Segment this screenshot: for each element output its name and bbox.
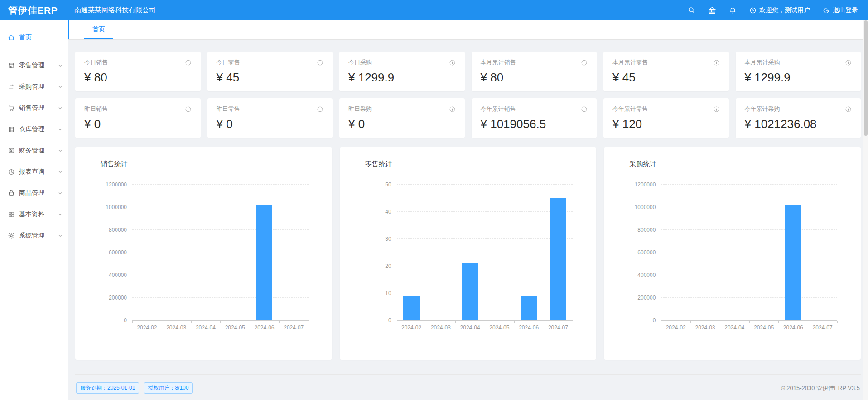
info-icon[interactable] bbox=[713, 106, 720, 113]
bar-chart-plot: 0200000400000600000800000100000012000002… bbox=[661, 185, 837, 321]
y-axis-tick: 40 bbox=[356, 209, 391, 215]
y-axis-tick: 600000 bbox=[92, 249, 127, 256]
sidebar-item-report-pie[interactable]: 报表查询 bbox=[0, 161, 68, 182]
info-icon[interactable] bbox=[581, 59, 588, 66]
sidebar-item-label: 销售管理 bbox=[19, 104, 44, 112]
sidebar-item-purchase[interactable]: 采购管理 bbox=[0, 76, 68, 97]
sidebar-item-label: 采购管理 bbox=[19, 83, 44, 91]
x-axis-label: 2024-03 bbox=[162, 324, 191, 331]
y-axis-tick: 1200000 bbox=[92, 181, 127, 188]
gridline bbox=[661, 275, 837, 275]
info-icon[interactable] bbox=[449, 59, 456, 66]
gridline bbox=[661, 207, 837, 207]
chevron-down-icon bbox=[58, 190, 63, 196]
sidebar-item-goods-bag[interactable]: 商品管理 bbox=[0, 182, 68, 204]
x-axis-label: 2024-07 bbox=[279, 324, 309, 331]
stat-value: ¥ 80 bbox=[84, 71, 192, 85]
info-icon[interactable] bbox=[713, 59, 720, 66]
stat-value: ¥ 1299.9 bbox=[745, 71, 852, 85]
topbar: 管伊佳ERP 南通某某网络科技有限公司 欢迎您，测试用户 退出登录 bbox=[0, 0, 868, 20]
x-axis-tickmark bbox=[808, 321, 808, 323]
info-icon[interactable] bbox=[185, 106, 192, 113]
x-axis-tickmark bbox=[778, 321, 779, 323]
chart-card: 销售统计020000040000060000080000010000001200… bbox=[75, 147, 332, 360]
goods-bag-icon bbox=[8, 190, 15, 197]
sidebar-item-sales-cart[interactable]: 销售管理 bbox=[0, 97, 68, 119]
info-icon[interactable] bbox=[845, 59, 852, 66]
stat-label: 本月累计销售 bbox=[481, 58, 516, 67]
footer-badge: 服务到期：2025-01-01 bbox=[76, 382, 139, 394]
bar bbox=[550, 198, 566, 320]
bar bbox=[403, 296, 420, 320]
sidebar-item-finance[interactable]: 财务管理 bbox=[0, 140, 68, 161]
sidebar-item-label: 商品管理 bbox=[19, 189, 44, 197]
bar bbox=[256, 205, 272, 320]
sidebar-item-home[interactable]: 首页 bbox=[0, 27, 68, 48]
tab-home[interactable]: 首页 bbox=[84, 20, 113, 39]
y-axis-tick: 1000000 bbox=[620, 204, 656, 210]
sales-cart-icon bbox=[8, 105, 15, 112]
x-axis-tickmark bbox=[690, 321, 691, 323]
stat-value: ¥ 1299.9 bbox=[348, 71, 456, 85]
y-axis-tick: 200000 bbox=[620, 295, 656, 301]
chart-title: 零售统计 bbox=[365, 160, 585, 168]
purchase-icon bbox=[8, 83, 15, 90]
gridline bbox=[132, 207, 309, 207]
sidebar-item-basic-data[interactable]: 基本资料 bbox=[0, 204, 68, 225]
stat-value: ¥ 1021236.08 bbox=[745, 117, 852, 131]
stat-card: 昨日销售¥ 0 bbox=[75, 98, 201, 138]
scrollbar-track[interactable] bbox=[863, 20, 868, 400]
sidebar-item-system-gear[interactable]: 系统管理 bbox=[0, 225, 68, 246]
search-icon[interactable] bbox=[688, 6, 695, 14]
x-axis-tickmark bbox=[837, 321, 838, 323]
x-axis-label: 2024-04 bbox=[455, 324, 485, 331]
welcome-text: 欢迎您，测试用户 bbox=[759, 6, 810, 14]
stat-value: ¥ 120 bbox=[612, 117, 720, 131]
x-axis-label: 2024-04 bbox=[720, 324, 749, 331]
sidebar-item-warehouse[interactable]: 仓库管理 bbox=[0, 119, 68, 140]
x-axis-tickmark bbox=[573, 321, 573, 323]
sidebar-item-retail[interactable]: 零售管理 bbox=[0, 55, 68, 76]
info-icon[interactable] bbox=[317, 59, 323, 66]
y-axis-tick: 600000 bbox=[620, 249, 656, 256]
report-pie-icon bbox=[8, 168, 15, 176]
company-name: 南通某某网络科技有限公司 bbox=[74, 6, 156, 14]
scrollbar-thumb[interactable] bbox=[864, 20, 868, 136]
stat-value: ¥ 0 bbox=[217, 117, 324, 131]
x-axis-tickmark bbox=[162, 321, 162, 323]
logout-button[interactable]: 退出登录 bbox=[823, 6, 858, 14]
stat-label: 本月累计采购 bbox=[745, 58, 780, 67]
user-welcome-dropdown[interactable]: 欢迎您，测试用户 bbox=[749, 6, 810, 14]
info-icon[interactable] bbox=[317, 106, 323, 113]
info-icon[interactable] bbox=[581, 106, 588, 113]
sidebar-item-label: 基本资料 bbox=[19, 210, 44, 219]
stat-card: 今日销售¥ 80 bbox=[75, 52, 201, 91]
stat-label: 今日采购 bbox=[348, 58, 372, 67]
stat-label: 今年累计零售 bbox=[612, 105, 648, 113]
home-portal-icon[interactable] bbox=[708, 6, 716, 14]
gridline bbox=[132, 297, 309, 298]
bell-icon[interactable] bbox=[729, 6, 737, 14]
x-axis-label: 2024-05 bbox=[220, 324, 250, 331]
gridline bbox=[661, 229, 837, 230]
x-axis-tickmark bbox=[426, 321, 426, 323]
x-axis-tickmark bbox=[250, 321, 250, 323]
x-axis-tickmark bbox=[309, 321, 309, 323]
info-icon[interactable] bbox=[845, 106, 852, 113]
stat-value: ¥ 0 bbox=[84, 117, 192, 131]
chevron-down-icon bbox=[58, 63, 63, 68]
stat-label: 昨日采购 bbox=[348, 105, 372, 113]
y-axis-tick: 800000 bbox=[92, 227, 127, 233]
y-axis-tick: 0 bbox=[620, 317, 656, 324]
stat-label: 今年累计销售 bbox=[481, 105, 516, 113]
gridline bbox=[132, 252, 309, 252]
app-logo: 管伊佳ERP bbox=[0, 4, 68, 17]
info-icon[interactable] bbox=[185, 59, 192, 66]
x-axis-label: 2024-04 bbox=[191, 324, 221, 331]
info-icon[interactable] bbox=[449, 106, 456, 113]
gridline bbox=[397, 266, 573, 266]
footer: 服务到期：2025-01-01授权用户：8/100 © 2015-2030 管伊… bbox=[75, 374, 861, 394]
stat-label: 今日零售 bbox=[217, 58, 240, 67]
finance-icon bbox=[8, 147, 15, 154]
chart-card: 零售统计010203040502024-022024-032024-042024… bbox=[340, 147, 597, 360]
